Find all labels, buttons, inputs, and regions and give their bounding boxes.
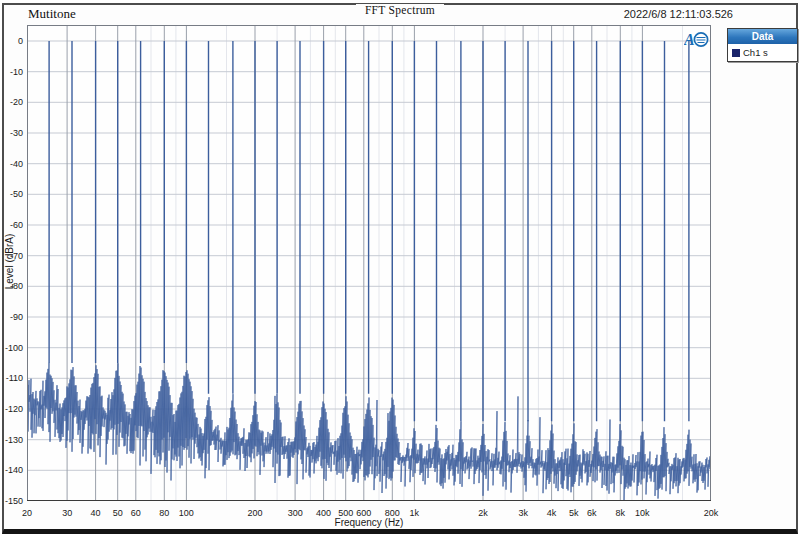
x-tick-label: 20k — [704, 508, 719, 518]
x-axis-title: Frequency (Hz) — [244, 517, 494, 528]
audio-precision-logo-icon: A — [684, 30, 710, 53]
y-tick-label: -140 — [0, 465, 23, 475]
legend-entry-label: Ch1 s — [743, 47, 768, 58]
y-tick-label: -130 — [0, 435, 23, 445]
y-tick-label: 0 — [0, 36, 23, 46]
x-tick-label: 40 — [91, 508, 101, 518]
y-tick-label: -120 — [0, 404, 23, 414]
legend-entry-ch1[interactable]: Ch1 s — [728, 44, 797, 61]
x-tick-label: 100 — [179, 508, 194, 518]
svg-text:A: A — [684, 31, 695, 48]
y-axis-title: Level (dBrA) — [4, 162, 15, 362]
legend-swatch — [732, 49, 740, 57]
y-tick-label: -150 — [0, 496, 23, 506]
x-tick-label: 60 — [131, 508, 141, 518]
y-tick-label: -110 — [0, 373, 23, 383]
x-tick-label: 3k — [518, 508, 528, 518]
plot-area[interactable] — [27, 25, 711, 501]
x-tick-label: 30 — [62, 508, 72, 518]
y-tick-label: -30 — [0, 128, 23, 138]
legend-header: Data — [728, 29, 797, 44]
y-tick-label: -10 — [0, 67, 23, 77]
x-tick-label: 80 — [159, 508, 169, 518]
x-tick-label: 5k — [569, 508, 579, 518]
measurement-label: Mutitone — [28, 6, 76, 22]
timestamp: 2022/6/8 12:11:03.526 — [624, 8, 733, 20]
x-tick-label: 6k — [587, 508, 597, 518]
page-title-text: FFT Spectrum — [356, 4, 444, 16]
fft-spectrum-window: FFT Spectrum Mutitone 2022/6/8 12:11:03.… — [0, 0, 800, 534]
legend: Data Ch1 s — [727, 28, 798, 62]
x-tick-label: 8k — [616, 508, 626, 518]
x-tick-label: 20 — [22, 508, 32, 518]
x-tick-label: 50 — [113, 508, 123, 518]
y-tick-label: -20 — [0, 97, 23, 107]
x-tick-label: 10k — [635, 508, 650, 518]
x-tick-label: 4k — [547, 508, 557, 518]
